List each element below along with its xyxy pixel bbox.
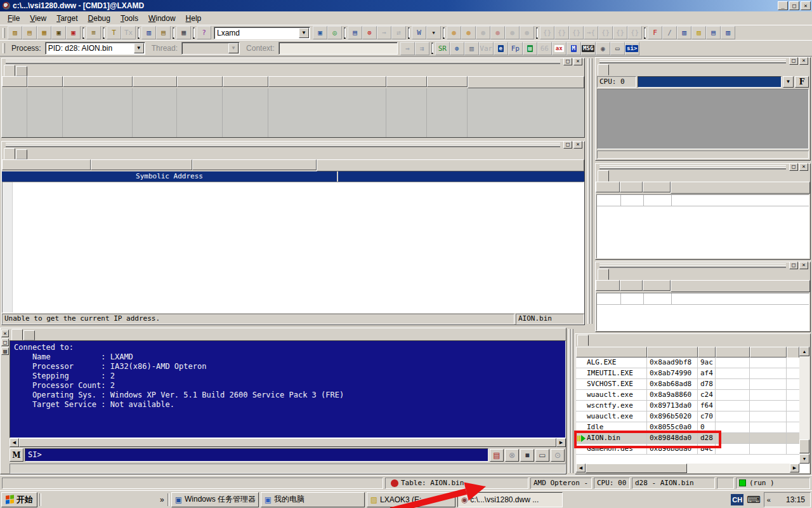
new-doc-icon[interactable]: ▤ bbox=[706, 26, 721, 39]
view-source-icon[interactable]: ▥ bbox=[677, 26, 691, 39]
restart-icon[interactable]: ⇄ bbox=[391, 26, 406, 39]
watch-table-body[interactable] bbox=[596, 194, 809, 258]
step-into-icon[interactable]: {} bbox=[540, 26, 554, 39]
column-header[interactable] bbox=[2, 76, 27, 87]
quotes-icon[interactable]: 66 bbox=[537, 42, 552, 55]
scroll-right-icon[interactable]: ▶ bbox=[790, 464, 799, 472]
msg-icon[interactable]: MSG bbox=[581, 42, 596, 55]
column-header[interactable] bbox=[576, 347, 647, 358]
stack-table-body[interactable] bbox=[2, 88, 584, 137]
process-horizontal-scrollbar[interactable]: ◀ ▶ bbox=[576, 464, 799, 473]
mouse-icon[interactable]: ◉ bbox=[596, 42, 610, 55]
chevron-more-icon[interactable]: » bbox=[159, 495, 166, 504]
find-window-icon[interactable]: ▭ bbox=[610, 42, 625, 55]
new-window-icon[interactable]: ▤ bbox=[22, 26, 37, 39]
target-folder-icon[interactable]: T bbox=[107, 26, 121, 39]
hand-wait-icon[interactable]: ● bbox=[505, 26, 520, 39]
column-header[interactable] bbox=[647, 347, 698, 358]
column-header[interactable] bbox=[223, 76, 268, 87]
task-debugger[interactable]: ◉ c:\...\vsi1280.dww ... bbox=[457, 492, 563, 507]
language-indicator[interactable]: CH bbox=[731, 494, 743, 505]
si-icon[interactable]: si> bbox=[625, 42, 639, 55]
tab[interactable] bbox=[598, 269, 609, 280]
step-out-asm-icon[interactable]: {} bbox=[627, 26, 642, 39]
tray-chevron-icon[interactable]: « bbox=[767, 496, 771, 504]
pane-gripper[interactable]: □ × bbox=[596, 262, 810, 268]
help-book-button[interactable]: ▤ bbox=[490, 449, 504, 462]
flags-button[interactable]: F bbox=[795, 76, 809, 88]
e-icon[interactable]: e bbox=[494, 42, 508, 55]
save-window-icon[interactable]: ▣ bbox=[51, 26, 66, 39]
column-header[interactable] bbox=[698, 347, 716, 358]
column-header[interactable] bbox=[427, 76, 468, 87]
pane-gripper[interactable]: □ × bbox=[2, 58, 584, 64]
pane-gripper[interactable]: □ × bbox=[596, 58, 810, 64]
disassembly-content[interactable] bbox=[2, 182, 584, 313]
menu-item[interactable]: Target bbox=[51, 13, 82, 24]
help-icon[interactable]: ? bbox=[197, 26, 211, 39]
scroll-up-icon[interactable]: ▲ bbox=[799, 347, 809, 356]
script-icon[interactable]: SR bbox=[435, 42, 450, 55]
pages-icon[interactable]: ▥ bbox=[464, 42, 479, 55]
toolbar-grip[interactable] bbox=[3, 43, 5, 53]
restore-button[interactable]: □ bbox=[789, 1, 799, 10]
column-header[interactable] bbox=[750, 347, 787, 358]
chevron-down-icon[interactable]: ▼ bbox=[134, 43, 144, 53]
column-header[interactable] bbox=[643, 182, 671, 192]
pane-gripper[interactable]: □ × bbox=[596, 164, 810, 170]
process-combo[interactable]: PID: d28: AION.bin ▼ bbox=[45, 42, 145, 55]
open-window-icon[interactable]: ▦ bbox=[37, 26, 51, 39]
start-button[interactable]: 开始 bbox=[1, 492, 37, 507]
column-header[interactable] bbox=[596, 182, 620, 192]
step-over-icon[interactable]: {} bbox=[554, 26, 569, 39]
vertical-splitter[interactable] bbox=[587, 58, 593, 324]
table-row[interactable] bbox=[597, 293, 809, 305]
ax-icon[interactable]: ax bbox=[552, 42, 566, 55]
step-over-asm-icon[interactable]: {} bbox=[613, 26, 627, 39]
wuauclt.exe[interactable]: wuauclt.exe 0x896b5020 c70 bbox=[576, 411, 799, 422]
process-step-icon[interactable]: ⇒ bbox=[400, 42, 415, 55]
menu-item[interactable]: View bbox=[25, 13, 51, 24]
copy-icon[interactable]: ▥ bbox=[141, 26, 156, 39]
hand-no-break-icon[interactable]: ● bbox=[490, 26, 505, 39]
column-header[interactable] bbox=[596, 280, 620, 291]
edit-source-icon[interactable]: / bbox=[662, 26, 677, 39]
step-out-icon[interactable]: {} bbox=[569, 26, 584, 39]
column-header[interactable] bbox=[27, 76, 63, 87]
scrollbar-thumb[interactable] bbox=[586, 464, 687, 473]
column-header[interactable] bbox=[620, 182, 643, 192]
close-button[interactable]: × bbox=[801, 1, 811, 10]
expand-pane-button[interactable]: ▤ bbox=[1, 347, 9, 355]
menu-item[interactable]: Tools bbox=[115, 13, 143, 24]
toolbar-grip[interactable] bbox=[3, 28, 5, 38]
wscntfy.exe[interactable]: wscntfy.exe 0x89713da0 f64 bbox=[576, 401, 799, 411]
marker-button[interactable]: M bbox=[10, 448, 23, 462]
tab[interactable] bbox=[598, 170, 609, 182]
menu-item[interactable]: Help bbox=[181, 13, 207, 24]
scroll-down-icon[interactable]: ▼ bbox=[799, 454, 809, 464]
column-header[interactable] bbox=[192, 159, 317, 170]
symbolic-address-row[interactable]: Symbolic Address bbox=[2, 171, 584, 182]
task-my-computer[interactable]: ▣ 我的电脑 bbox=[261, 492, 365, 507]
print-icon[interactable]: ▦ bbox=[176, 26, 191, 39]
pause-output-button[interactable]: ■ bbox=[520, 449, 534, 462]
close-window-icon[interactable]: ▣ bbox=[66, 26, 81, 39]
notes-icon[interactable]: ≡ bbox=[86, 26, 101, 39]
m-icon[interactable]: M bbox=[566, 42, 581, 55]
tab[interactable] bbox=[11, 329, 23, 340]
command-combo[interactable]: Lxamd ▼ bbox=[214, 27, 310, 39]
watch-window-icon[interactable]: W bbox=[412, 26, 426, 39]
column-header[interactable] bbox=[620, 280, 643, 291]
process-print-icon[interactable]: ⇉ bbox=[415, 42, 429, 55]
menu-item[interactable]: File bbox=[3, 13, 25, 24]
console-horizontal-scrollbar[interactable]: ◀ ▶ bbox=[10, 438, 566, 447]
log-doc-icon[interactable]: ▤ bbox=[348, 26, 362, 39]
tab[interactable] bbox=[16, 149, 27, 159]
watch-dropdown-icon[interactable]: ▾ bbox=[426, 26, 441, 39]
command-input[interactable]: SI> bbox=[25, 448, 488, 462]
SVCHOST.EXE[interactable]: SVCHOST.EXE 0x8ab68ad8 d78 bbox=[576, 379, 799, 390]
table-row[interactable] bbox=[597, 195, 809, 206]
locals-table-body[interactable] bbox=[596, 293, 809, 331]
search-globe-icon[interactable]: ◎ bbox=[327, 26, 342, 39]
GameMon.des[interactable]: GameMon.des 0x896b8da0 84c bbox=[576, 444, 799, 455]
